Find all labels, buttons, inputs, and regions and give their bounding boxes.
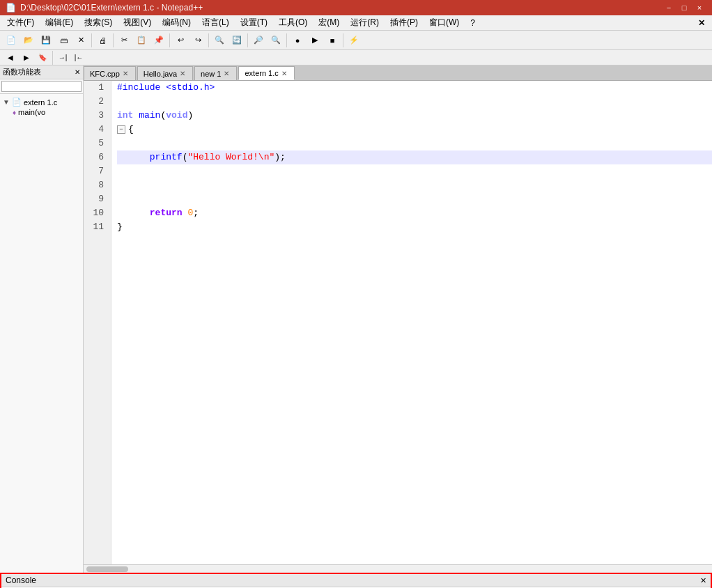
console-close-button[interactable]: ✕	[700, 576, 706, 585]
close-doc-button[interactable]: ✕	[72, 33, 89, 48]
title-bar-title: 📄 D:\Desktop\02C\01Extern\extern 1.c - N…	[6, 3, 203, 13]
close-btn[interactable]: ✕	[698, 18, 711, 28]
nav-fwd-button[interactable]: ▶	[19, 52, 34, 64]
copy-button[interactable]: 📋	[133, 33, 150, 48]
toolbar-sep-5	[247, 33, 248, 47]
toolbar-sep-3	[169, 33, 170, 47]
menu-bar: 文件(F) 编辑(E) 搜索(S) 视图(V) 编码(N) 语言(L) 设置(T…	[0, 15, 712, 31]
app-icon: 📄	[6, 3, 16, 13]
toolbar-sep-4	[208, 33, 209, 47]
sidebar-tree: ▼ 📄 extern 1.c ♦ main(vo	[0, 94, 83, 573]
menu-edit[interactable]: 编辑(E)	[40, 15, 79, 30]
tree-function-label: main(vo	[18, 108, 45, 116]
tab-hello-label: Hello.java	[144, 70, 177, 78]
ln-7: 7	[84, 164, 107, 178]
paste-button[interactable]: 📌	[150, 33, 167, 48]
menu-file[interactable]: 文件(F)	[1, 15, 40, 30]
tab-extern[interactable]: extern 1.c ✕	[238, 66, 294, 80]
maximize-button[interactable]: □	[677, 2, 691, 13]
open-button[interactable]: 📂	[20, 33, 37, 48]
run-macro-btn[interactable]: ▶	[307, 33, 323, 48]
toolbar-sep-2	[113, 33, 114, 47]
bookmark-button[interactable]: 🔖	[35, 52, 50, 64]
menu-encoding[interactable]: 编码(N)	[157, 15, 196, 30]
tab-hello[interactable]: Hello.java ✕	[137, 66, 193, 80]
new-button[interactable]: 📄	[3, 33, 20, 48]
undo-button[interactable]: ↩	[172, 33, 189, 48]
ln-1: 1	[84, 81, 107, 95]
code-line-11: }	[117, 220, 712, 234]
code-line-8	[117, 178, 712, 192]
tab-hello-close[interactable]: ✕	[180, 70, 185, 77]
menu-plugins[interactable]: 插件(P)	[385, 15, 424, 30]
sidebar-search-input[interactable]	[1, 81, 82, 92]
ln-3: 3	[84, 109, 107, 123]
sidebar: 函数功能表 ✕ ▼ 📄 extern 1.c ♦ main(vo	[0, 65, 84, 573]
tab-extern-label: extern 1.c	[245, 69, 278, 77]
menu-language[interactable]: 语言(L)	[196, 15, 235, 30]
code-line-4: − {	[117, 123, 712, 137]
save-button[interactable]: 💾	[38, 33, 54, 48]
menu-run[interactable]: 运行(R)	[345, 15, 385, 30]
code-line-5	[117, 137, 712, 150]
ln-11: 11	[84, 220, 107, 234]
zoom-in-button[interactable]: 🔎	[250, 33, 267, 48]
minimize-button[interactable]: −	[662, 2, 676, 13]
h-scroll-thumb[interactable]	[86, 566, 128, 572]
tab-kfc[interactable]: KFC.cpp ✕	[84, 66, 136, 80]
str-hello: "Hello World!\n"	[187, 150, 274, 164]
unindent-button[interactable]: |←	[71, 52, 86, 64]
tab-new1[interactable]: new 1 ✕	[194, 66, 237, 80]
menu-search[interactable]: 搜索(S)	[79, 15, 118, 30]
function-icon: ♦	[13, 109, 16, 116]
save-all-button[interactable]: 🗃	[55, 33, 72, 48]
indent-button[interactable]: →|	[55, 52, 70, 64]
h-scrollbar[interactable]	[84, 564, 712, 573]
replace-button[interactable]: 🔄	[229, 33, 245, 48]
fn-main: main	[139, 109, 160, 123]
title-bar-controls: − □ ×	[662, 2, 706, 13]
semi-1: ;	[193, 206, 199, 220]
tab-extern-close[interactable]: ✕	[281, 70, 287, 77]
tree-function-item[interactable]: ♦ main(vo	[1, 107, 82, 117]
cut-button[interactable]: ✂	[116, 33, 132, 48]
kw-int: int	[117, 109, 133, 123]
tab-new1-label: new 1	[201, 70, 221, 78]
run-button[interactable]: ⚡	[346, 33, 362, 48]
kw-void: void	[166, 109, 187, 123]
find-button[interactable]: 🔍	[211, 33, 228, 48]
num-0: 0	[187, 206, 193, 220]
code-line-10: return 0 ;	[117, 206, 712, 220]
menu-help[interactable]: ?	[465, 15, 481, 30]
macro-btn[interactable]: ●	[289, 33, 306, 48]
stop-macro-btn[interactable]: ■	[324, 33, 341, 48]
tree-expand-icon: ▼	[3, 98, 10, 106]
sidebar-close-button[interactable]: ✕	[75, 68, 80, 76]
ln-6: 6	[84, 150, 107, 164]
code-content[interactable]: #include <stdio.h> int main ( void ) − {	[111, 81, 712, 564]
tab-new1-close[interactable]: ✕	[224, 70, 229, 77]
console-panel: Console ✕ NPP_SAVE: D:\Desktop\02C\01Ext…	[0, 573, 712, 588]
menu-view[interactable]: 视图(V)	[118, 15, 157, 30]
paren-2: )	[187, 109, 193, 123]
fold-button[interactable]: −	[117, 125, 125, 134]
toolbar-sep-6	[286, 33, 287, 47]
tree-file-item[interactable]: ▼ 📄 extern 1.c	[1, 97, 82, 107]
nav-back-button[interactable]: ◀	[3, 52, 18, 64]
zoom-out-button[interactable]: 🔍	[268, 33, 284, 48]
menu-settings[interactable]: 设置(T)	[235, 15, 273, 30]
menu-macro[interactable]: 宏(M)	[313, 15, 345, 30]
line-numbers: 1 2 3 4 5 6 7 8 9 10 11	[84, 81, 111, 564]
ln-4: 4	[84, 123, 107, 137]
redo-button[interactable]: ↪	[189, 33, 206, 48]
tab-kfc-close[interactable]: ✕	[123, 70, 128, 77]
menu-tools[interactable]: 工具(O)	[273, 15, 313, 30]
menu-window[interactable]: 窗口(W)	[424, 15, 465, 30]
close-button[interactable]: ×	[692, 2, 706, 13]
console-header: Console ✕	[1, 574, 711, 587]
title-bar: 📄 D:\Desktop\02C\01Extern\extern 1.c - N…	[0, 0, 712, 15]
code-line-7	[117, 164, 712, 178]
ln-9: 9	[84, 192, 107, 206]
print-button[interactable]: 🖨	[94, 33, 111, 48]
brace-open: {	[128, 123, 134, 137]
